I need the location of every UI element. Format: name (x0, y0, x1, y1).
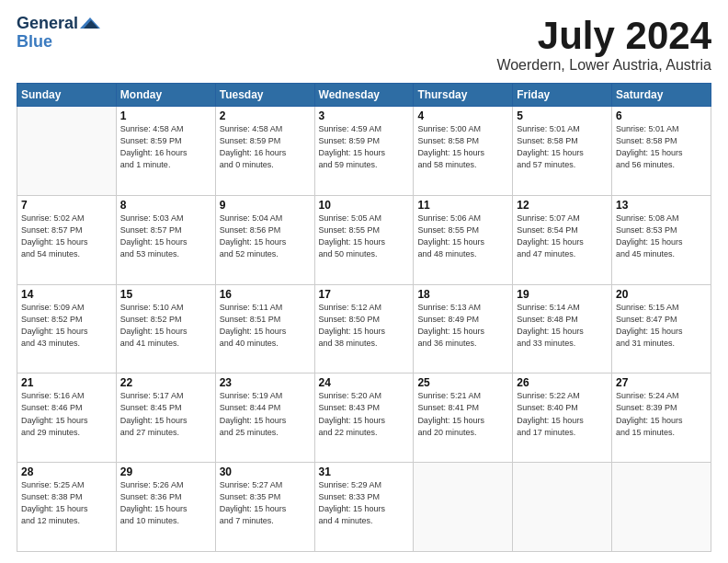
day-info: Sunrise: 5:01 AMSunset: 8:58 PMDaylight:… (616, 123, 707, 171)
calendar-cell: 29Sunrise: 5:26 AMSunset: 8:36 PMDayligh… (116, 463, 215, 552)
day-number: 24 (319, 376, 410, 389)
calendar-cell: 27Sunrise: 5:24 AMSunset: 8:39 PMDayligh… (612, 373, 711, 463)
day-info: Sunrise: 4:58 AMSunset: 8:59 PMDaylight:… (120, 123, 211, 171)
calendar-cell: 14Sunrise: 5:09 AMSunset: 8:52 PMDayligh… (17, 284, 117, 373)
day-number: 7 (21, 199, 112, 212)
calendar-cell: 4Sunrise: 5:00 AMSunset: 8:58 PMDaylight… (414, 107, 513, 196)
calendar-cell: 18Sunrise: 5:13 AMSunset: 8:49 PMDayligh… (414, 284, 513, 373)
day-number: 20 (616, 288, 707, 301)
day-info: Sunrise: 5:13 AMSunset: 8:49 PMDaylight:… (417, 302, 508, 350)
calendar-cell: 1Sunrise: 4:58 AMSunset: 8:59 PMDaylight… (116, 107, 215, 196)
day-number: 30 (220, 465, 311, 478)
calendar-table: SundayMondayTuesdayWednesdayThursdayFrid… (17, 83, 711, 552)
day-info: Sunrise: 5:10 AMSunset: 8:52 PMDaylight:… (120, 302, 211, 350)
weekday-header-sunday: Sunday (17, 84, 117, 107)
calendar-cell: 13Sunrise: 5:08 AMSunset: 8:53 PMDayligh… (612, 195, 711, 284)
calendar-cell: 30Sunrise: 5:27 AMSunset: 8:35 PMDayligh… (215, 463, 314, 552)
page: General Blue July 2024 Woerdern, Lower A… (0, 0, 728, 563)
week-row-4: 21Sunrise: 5:16 AMSunset: 8:46 PMDayligh… (17, 373, 711, 463)
day-info: Sunrise: 5:12 AMSunset: 8:50 PMDaylight:… (319, 302, 410, 350)
calendar-cell: 23Sunrise: 5:19 AMSunset: 8:44 PMDayligh… (215, 373, 314, 463)
day-info: Sunrise: 5:20 AMSunset: 8:43 PMDaylight:… (319, 390, 410, 438)
day-number: 29 (120, 465, 211, 478)
calendar-cell: 28Sunrise: 5:25 AMSunset: 8:38 PMDayligh… (17, 463, 117, 552)
day-info: Sunrise: 5:01 AMSunset: 8:58 PMDaylight:… (517, 123, 608, 171)
calendar-cell (414, 463, 513, 552)
weekday-header-wednesday: Wednesday (314, 84, 414, 107)
calendar-cell: 11Sunrise: 5:06 AMSunset: 8:55 PMDayligh… (414, 195, 513, 284)
day-number: 11 (417, 199, 508, 212)
day-info: Sunrise: 5:02 AMSunset: 8:57 PMDaylight:… (21, 213, 112, 260)
title-block: July 2024 Woerdern, Lower Austria, Austr… (496, 15, 711, 74)
day-number: 23 (220, 376, 311, 389)
day-info: Sunrise: 5:21 AMSunset: 8:41 PMDaylight:… (417, 390, 508, 438)
day-number: 31 (319, 465, 410, 478)
weekday-header-saturday: Saturday (612, 84, 711, 107)
day-number: 10 (319, 199, 410, 212)
day-info: Sunrise: 5:22 AMSunset: 8:40 PMDaylight:… (517, 390, 608, 438)
day-number: 28 (21, 465, 112, 478)
day-info: Sunrise: 5:24 AMSunset: 8:39 PMDaylight:… (616, 390, 707, 438)
calendar-cell (17, 107, 117, 196)
logo-blue: Blue (17, 33, 52, 52)
week-row-2: 7Sunrise: 5:02 AMSunset: 8:57 PMDaylight… (17, 195, 711, 284)
day-info: Sunrise: 5:27 AMSunset: 8:35 PMDaylight:… (220, 479, 311, 527)
header: General Blue July 2024 Woerdern, Lower A… (17, 15, 711, 74)
calendar-cell: 10Sunrise: 5:05 AMSunset: 8:55 PMDayligh… (314, 195, 414, 284)
day-info: Sunrise: 5:19 AMSunset: 8:44 PMDaylight:… (220, 390, 311, 438)
calendar-cell: 17Sunrise: 5:12 AMSunset: 8:50 PMDayligh… (314, 284, 414, 373)
calendar-cell: 19Sunrise: 5:14 AMSunset: 8:48 PMDayligh… (513, 284, 612, 373)
day-info: Sunrise: 5:15 AMSunset: 8:47 PMDaylight:… (616, 302, 707, 350)
weekday-header-friday: Friday (513, 84, 612, 107)
calendar-cell: 21Sunrise: 5:16 AMSunset: 8:46 PMDayligh… (17, 373, 117, 463)
day-info: Sunrise: 5:09 AMSunset: 8:52 PMDaylight:… (21, 302, 112, 350)
day-number: 1 (120, 109, 211, 122)
calendar-cell: 6Sunrise: 5:01 AMSunset: 8:58 PMDaylight… (612, 107, 711, 196)
day-info: Sunrise: 5:03 AMSunset: 8:57 PMDaylight:… (120, 213, 211, 260)
day-number: 5 (517, 109, 608, 122)
day-number: 9 (220, 199, 311, 212)
calendar-cell: 24Sunrise: 5:20 AMSunset: 8:43 PMDayligh… (314, 373, 414, 463)
calendar-cell: 25Sunrise: 5:21 AMSunset: 8:41 PMDayligh… (414, 373, 513, 463)
calendar-cell: 2Sunrise: 4:58 AMSunset: 8:59 PMDaylight… (215, 107, 314, 196)
weekday-header-monday: Monday (116, 84, 215, 107)
day-info: Sunrise: 5:26 AMSunset: 8:36 PMDaylight:… (120, 479, 211, 527)
logo: General Blue (17, 15, 100, 52)
calendar-cell: 3Sunrise: 4:59 AMSunset: 8:59 PMDaylight… (314, 107, 414, 196)
week-row-5: 28Sunrise: 5:25 AMSunset: 8:38 PMDayligh… (17, 463, 711, 552)
calendar-cell: 12Sunrise: 5:07 AMSunset: 8:54 PMDayligh… (513, 195, 612, 284)
day-info: Sunrise: 5:05 AMSunset: 8:55 PMDaylight:… (319, 213, 410, 260)
day-number: 12 (517, 199, 608, 212)
day-number: 21 (21, 376, 112, 389)
calendar-cell: 5Sunrise: 5:01 AMSunset: 8:58 PMDaylight… (513, 107, 612, 196)
calendar-cell (612, 463, 711, 552)
calendar-cell: 7Sunrise: 5:02 AMSunset: 8:57 PMDaylight… (17, 195, 117, 284)
day-info: Sunrise: 5:11 AMSunset: 8:51 PMDaylight:… (220, 302, 311, 350)
day-number: 19 (517, 288, 608, 301)
calendar-cell: 9Sunrise: 5:04 AMSunset: 8:56 PMDaylight… (215, 195, 314, 284)
day-number: 6 (616, 109, 707, 122)
day-number: 22 (120, 376, 211, 389)
day-number: 27 (616, 376, 707, 389)
weekday-header-row: SundayMondayTuesdayWednesdayThursdayFrid… (17, 84, 711, 107)
day-number: 4 (417, 109, 508, 122)
weekday-header-thursday: Thursday (414, 84, 513, 107)
day-info: Sunrise: 5:16 AMSunset: 8:46 PMDaylight:… (21, 390, 112, 438)
day-info: Sunrise: 4:58 AMSunset: 8:59 PMDaylight:… (220, 123, 311, 171)
month-title: July 2024 (496, 15, 711, 57)
day-number: 15 (120, 288, 211, 301)
day-number: 16 (220, 288, 311, 301)
day-number: 17 (319, 288, 410, 301)
day-number: 25 (417, 376, 508, 389)
calendar-cell: 15Sunrise: 5:10 AMSunset: 8:52 PMDayligh… (116, 284, 215, 373)
day-info: Sunrise: 5:00 AMSunset: 8:58 PMDaylight:… (417, 123, 508, 171)
day-number: 14 (21, 288, 112, 301)
day-info: Sunrise: 5:17 AMSunset: 8:45 PMDaylight:… (120, 390, 211, 438)
calendar-cell: 26Sunrise: 5:22 AMSunset: 8:40 PMDayligh… (513, 373, 612, 463)
logo-general: General (17, 15, 78, 33)
day-number: 13 (616, 199, 707, 212)
week-row-1: 1Sunrise: 4:58 AMSunset: 8:59 PMDaylight… (17, 107, 711, 196)
week-row-3: 14Sunrise: 5:09 AMSunset: 8:52 PMDayligh… (17, 284, 711, 373)
day-number: 8 (120, 199, 211, 212)
day-info: Sunrise: 5:07 AMSunset: 8:54 PMDaylight:… (517, 213, 608, 260)
